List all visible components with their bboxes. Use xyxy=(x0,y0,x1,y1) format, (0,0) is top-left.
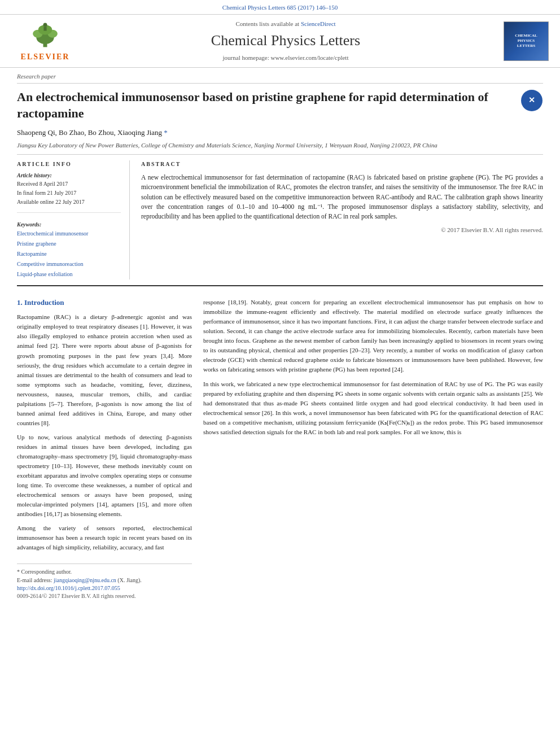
intro-para3: Among the variety of sensors reported, e… xyxy=(17,523,192,552)
footnote-area: * Corresponding author. E-mail address: … xyxy=(17,563,192,584)
journal-header: ELSEVIER Contents lists available at Sci… xyxy=(0,15,560,68)
issn-line: 0009-2614/© 2017 Elsevier B.V. All right… xyxy=(17,592,192,600)
sciencedirect-anchor[interactable]: ScienceDirect xyxy=(301,20,336,27)
journal-header-center: Contents lists available at ScienceDirec… xyxy=(79,20,492,62)
top-bar: Chemical Physics Letters 685 (2017) 146–… xyxy=(0,0,560,15)
elsevier-logo: ELSEVIER xyxy=(21,19,70,63)
article-info-abstract: ARTICLE INFO Article history: Received 8… xyxy=(17,154,543,285)
article-title-text: An electrochemical immunosensor based on… xyxy=(17,89,515,121)
intro-para1: Ractopamine (RAC) is a dietary β-adrener… xyxy=(17,312,192,428)
elsevier-tree-icon xyxy=(25,19,65,50)
abstract-panel: ABSTRACT A new electrochemical immunosen… xyxy=(141,160,543,279)
footnote-email: E-mail address: jiangqiaoqing@njnu.edu.c… xyxy=(17,576,192,584)
keyword-3[interactable]: Ractopamine xyxy=(17,249,121,259)
footnote-star: * Corresponding author. xyxy=(17,567,192,576)
keyword-1[interactable]: Electrochemical immunosensor xyxy=(17,229,121,239)
journal-cover-image: CHEMICAL PHYSICS LETTERS xyxy=(504,21,549,61)
crossmark-icon: ✕ xyxy=(521,90,542,111)
journal-cover-area: CHEMICAL PHYSICS LETTERS xyxy=(492,21,549,61)
keywords-section: Keywords: Electrochemical immunosensor P… xyxy=(17,219,121,279)
final-form-date: In final form 21 July 2017 xyxy=(17,189,121,198)
journal-title: Chemical Physics Letters xyxy=(79,30,492,51)
sciencedirect-link: Contents lists available at ScienceDirec… xyxy=(79,20,492,28)
abstract-text: A new electrochemical immunosensor for f… xyxy=(141,173,543,221)
copyright-line: © 2017 Elsevier B.V. All rights reserved… xyxy=(141,221,543,234)
abstract-title: ABSTRACT xyxy=(141,160,543,168)
available-online-date: Available online 22 July 2017 xyxy=(17,198,121,207)
svg-rect-6 xyxy=(43,27,46,31)
corresponding-author-star[interactable]: * xyxy=(164,128,168,137)
keyword-4[interactable]: Competitive immunoreaction xyxy=(17,259,121,269)
right-column: response [18,19]. Notably, great concern… xyxy=(203,298,543,600)
keyword-2[interactable]: Pristine graphene xyxy=(17,239,121,249)
crossmark-badge[interactable]: ✕ xyxy=(520,89,543,112)
keyword-5[interactable]: Liquid-phase exfoliation xyxy=(17,269,121,279)
footnote-email-link[interactable]: jiangqiaoqing@njnu.edu.cn xyxy=(54,577,116,583)
article-info-panel: ARTICLE INFO Article history: Received 8… xyxy=(17,160,130,279)
intro-para2: Up to now, various analytical methods of… xyxy=(17,433,192,519)
article-title-row: An electrochemical immunosensor based on… xyxy=(17,84,543,125)
article-type: Research paper xyxy=(17,68,543,84)
left-column: 1. Introduction Ractopamine (RAC) is a d… xyxy=(17,298,192,600)
history-label: Article history: xyxy=(17,172,121,180)
doi-line[interactable]: http://dx.doi.org/10.1016/j.cplett.2017.… xyxy=(17,584,192,592)
received-date: Received 8 April 2017 xyxy=(17,180,121,189)
elsevier-name: ELSEVIER xyxy=(21,51,70,63)
content-wrapper: Research paper An electrochemical immuno… xyxy=(0,68,560,600)
main-body: 1. Introduction Ractopamine (RAC) is a d… xyxy=(17,285,543,600)
right-para1: response [18,19]. Notably, great concern… xyxy=(203,298,543,374)
svg-point-5 xyxy=(43,23,47,27)
affiliation-text: Jiangsu Key Laboratory of New Power Batt… xyxy=(17,140,543,154)
cover-text-line1: CHEMICAL PHYSICS LETTERS xyxy=(515,33,537,49)
authors-line: Shaopeng Qi, Bo Zhao, Bo Zhou, Xiaoqing … xyxy=(17,125,543,140)
right-para2: In this work, we fabricated a new type e… xyxy=(203,379,543,437)
intro-heading: 1. Introduction xyxy=(17,298,192,308)
keywords-label: Keywords: xyxy=(17,221,121,229)
journal-homepage: journal homepage: www.elsevier.com/locat… xyxy=(79,54,492,62)
journal-citation: Chemical Physics Letters 685 (2017) 146–… xyxy=(222,4,338,11)
article-info-title: ARTICLE INFO xyxy=(17,160,121,168)
article-history: Article history: Received 8 April 2017 I… xyxy=(17,172,121,213)
elsevier-logo-area: ELSEVIER xyxy=(11,19,79,63)
